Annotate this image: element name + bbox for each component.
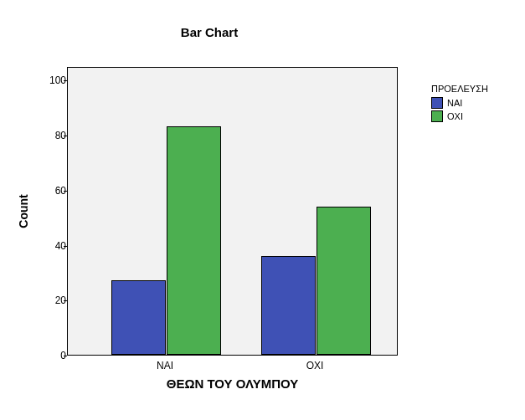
chart-title: Bar Chart <box>0 25 419 39</box>
bar-chart: Bar Chart Count 0 20 40 60 80 100 ΝΑΙ ΟΧ… <box>0 0 525 420</box>
y-axis-label: Count <box>17 67 30 356</box>
legend-label: ΟΧΙ <box>447 111 463 121</box>
bar-series1-cat0 <box>167 126 221 355</box>
x-tick-label: ΟΧΙ <box>306 360 324 371</box>
legend-item: ΝΑΙ <box>431 97 488 109</box>
y-tick-label: 40 <box>33 240 66 252</box>
legend: ΠΡΟΕΛΕΥΣΗ ΝΑΙ ΟΧΙ <box>431 84 488 124</box>
y-tick-label: 80 <box>33 130 66 141</box>
bar-series0-cat1 <box>261 256 316 355</box>
y-tick-label: 20 <box>33 295 66 306</box>
legend-title: ΠΡΟΕΛΕΥΣΗ <box>431 84 488 94</box>
bar-series0-cat0 <box>111 280 166 355</box>
x-axis-label: ΘΕΩΝ ΤΟΥ ΟΛΥΜΠΟΥ <box>67 376 398 391</box>
legend-swatch-icon <box>431 110 443 122</box>
y-tick-label: 0 <box>33 350 66 361</box>
y-tick-label: 60 <box>33 185 66 197</box>
legend-item: ΟΧΙ <box>431 110 488 122</box>
y-tick-label: 100 <box>33 74 66 86</box>
legend-label: ΝΑΙ <box>447 98 462 108</box>
x-tick-label: ΝΑΙ <box>157 360 173 371</box>
bar-series1-cat1 <box>317 207 371 355</box>
plot-area <box>67 67 398 356</box>
legend-swatch-icon <box>431 97 443 109</box>
y-tick-mark <box>64 356 67 356</box>
